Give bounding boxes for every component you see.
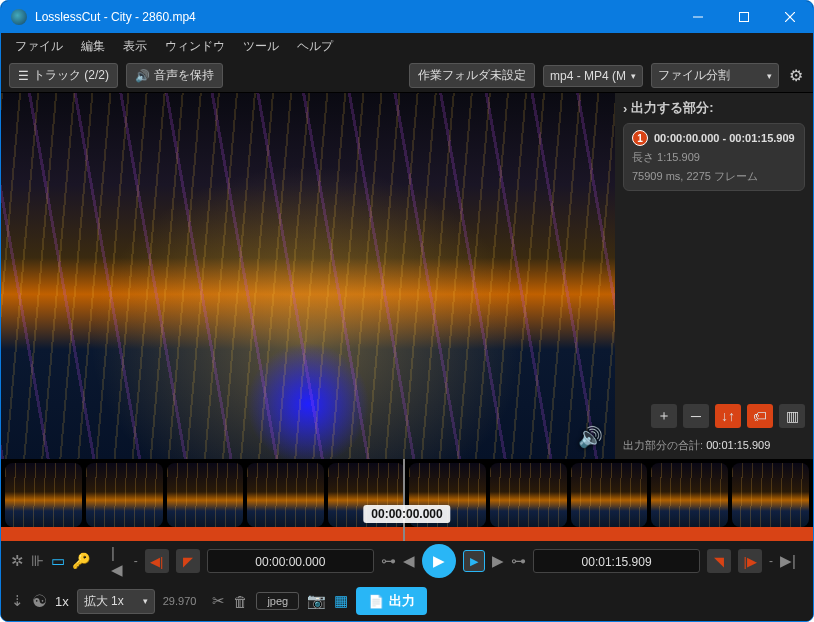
thumbnail[interactable] bbox=[651, 463, 728, 527]
segment-item[interactable]: 100:00:00.000 - 00:01:15.909 長さ 1:15.909… bbox=[623, 123, 805, 191]
thumbnail[interactable] bbox=[167, 463, 244, 527]
total-label: 出力部分の合計: bbox=[623, 439, 703, 451]
play-button[interactable]: ▶ bbox=[422, 544, 456, 578]
waveform-icon[interactable]: ⊪ bbox=[31, 552, 44, 570]
set-start-button[interactable]: ◤ bbox=[176, 549, 200, 573]
key-icon[interactable]: ⊶ bbox=[381, 552, 396, 570]
keep-audio-label: 音声を保持 bbox=[154, 67, 214, 84]
file-split-label: ファイル分割 bbox=[658, 67, 730, 84]
fps-display: 29.970 bbox=[163, 595, 197, 607]
thumbnail[interactable] bbox=[490, 463, 567, 527]
start-timecode-input[interactable] bbox=[207, 549, 374, 573]
cut-icon[interactable]: ✂ bbox=[212, 592, 225, 610]
play-next-button[interactable]: ▶ bbox=[463, 550, 485, 572]
speaker-icon: 🔊 bbox=[135, 69, 150, 83]
format-value: mp4 - MP4 (M bbox=[550, 69, 626, 83]
export-icon: 📄 bbox=[368, 594, 384, 609]
segments-panel: ›出力する部分: 100:00:00.000 - 00:01:15.909 長さ… bbox=[615, 93, 813, 459]
settings-button[interactable]: ⚙ bbox=[787, 64, 805, 87]
video-preview[interactable]: 🔊 bbox=[1, 93, 615, 459]
jump-start-button[interactable]: |◀ bbox=[111, 544, 127, 579]
maximize-button[interactable] bbox=[721, 1, 767, 33]
total-value: 00:01:15.909 bbox=[706, 439, 770, 451]
export-label: 出力 bbox=[389, 592, 415, 610]
format-select[interactable]: mp4 - MP4 (M▾ bbox=[543, 65, 643, 87]
menu-view[interactable]: 表示 bbox=[115, 35, 155, 58]
playhead[interactable] bbox=[403, 459, 405, 541]
playhead-timecode: 00:00:00.000 bbox=[363, 505, 450, 523]
svg-rect-1 bbox=[740, 13, 749, 22]
loop-icon[interactable]: ⇣ bbox=[11, 592, 24, 610]
menu-help[interactable]: ヘルプ bbox=[289, 35, 341, 58]
chevron-down-icon: ▾ bbox=[767, 71, 772, 81]
dash: - bbox=[134, 554, 138, 568]
tracks-label: トラック (2/2) bbox=[33, 67, 109, 84]
jump-end-button[interactable]: ▶| bbox=[780, 552, 796, 570]
menu-tools[interactable]: ツール bbox=[235, 35, 287, 58]
menu-edit[interactable]: 編集 bbox=[73, 35, 113, 58]
transport-controls: ✲ ⊪ ▭ 🔑 |◀ - ◀| ◤ ⊶ ◀ ▶ ▶ ▶ ⊶ ◥ |▶ - ▶| bbox=[1, 541, 813, 581]
volume-icon[interactable]: 🔊 bbox=[578, 425, 603, 449]
working-dir-button[interactable]: 作業フォルダ未設定 bbox=[409, 63, 535, 88]
thumbnails-icon[interactable]: ▭ bbox=[51, 552, 65, 570]
minimize-button[interactable] bbox=[675, 1, 721, 33]
tag-segments-button[interactable]: 🏷 bbox=[747, 404, 773, 428]
chevron-down-icon: ▾ bbox=[143, 596, 148, 606]
chevron-down-icon: ▾ bbox=[631, 71, 636, 81]
thumbnail[interactable] bbox=[5, 463, 82, 527]
capture-format[interactable]: jpeg bbox=[256, 592, 299, 610]
menu-file[interactable]: ファイル bbox=[7, 35, 71, 58]
close-button[interactable] bbox=[767, 1, 813, 33]
trash-icon[interactable]: 🗑 bbox=[233, 593, 248, 610]
export-button[interactable]: 📄出力 bbox=[356, 587, 427, 615]
thumbnail[interactable] bbox=[247, 463, 324, 527]
end-timecode[interactable] bbox=[542, 555, 691, 569]
timeline-segment-bar[interactable]: 00:00:00.000 bbox=[1, 527, 813, 541]
start-timecode[interactable] bbox=[216, 555, 365, 569]
top-toolbar: ☰トラック (2/2) 🔊音声を保持 作業フォルダ未設定 mp4 - MP4 (… bbox=[1, 59, 813, 93]
key-icon[interactable]: ⊶ bbox=[511, 552, 526, 570]
step-back-button[interactable]: ◀ bbox=[403, 552, 415, 570]
yin-yang-icon[interactable]: ☯ bbox=[32, 591, 47, 612]
sort-segments-button[interactable]: ↓↑ bbox=[715, 404, 741, 428]
zoom-label: 拡大 1x bbox=[84, 593, 124, 610]
file-split-select[interactable]: ファイル分割▾ bbox=[651, 63, 779, 88]
tracks-button[interactable]: ☰トラック (2/2) bbox=[9, 63, 118, 88]
end-timecode-input[interactable] bbox=[533, 549, 700, 573]
next-keyframe-button[interactable]: |▶ bbox=[738, 549, 762, 573]
segment-number: 1 bbox=[632, 130, 648, 146]
keyframes-icon[interactable]: 🔑 bbox=[72, 552, 91, 570]
batch-icon[interactable]: ▦ bbox=[334, 592, 348, 610]
step-forward-button[interactable]: ▶ bbox=[492, 552, 504, 570]
window-title: LosslessCut - City - 2860.mp4 bbox=[35, 10, 196, 24]
settings-icon[interactable]: ✲ bbox=[11, 552, 24, 570]
dash: - bbox=[769, 554, 773, 568]
camera-icon[interactable]: 📷 bbox=[307, 592, 326, 610]
prev-keyframe-button[interactable]: ◀| bbox=[145, 549, 169, 573]
segments-header: 出力する部分: bbox=[631, 99, 713, 117]
segment-info: 75909 ms, 2275 フレーム bbox=[632, 169, 796, 184]
view-toggle-button[interactable]: ▥ bbox=[779, 404, 805, 428]
bottom-bar: ⇣ ☯ 1x 拡大 1x▾ 29.970 ✂ 🗑 jpeg 📷 ▦ 📄出力 bbox=[1, 581, 813, 621]
keep-audio-button[interactable]: 🔊音声を保持 bbox=[126, 63, 223, 88]
menubar: ファイル 編集 表示 ウィンドウ ツール ヘルプ bbox=[1, 33, 813, 59]
thumbnail[interactable] bbox=[571, 463, 648, 527]
app-icon bbox=[11, 9, 27, 25]
titlebar[interactable]: LosslessCut - City - 2860.mp4 bbox=[1, 1, 813, 33]
segment-range: 00:00:00.000 - 00:01:15.909 bbox=[654, 132, 795, 144]
working-dir-label: 作業フォルダ未設定 bbox=[418, 67, 526, 84]
playback-speed[interactable]: 1x bbox=[55, 594, 69, 609]
chevron-right-icon[interactable]: › bbox=[623, 101, 627, 116]
menu-window[interactable]: ウィンドウ bbox=[157, 35, 233, 58]
hamburger-icon: ☰ bbox=[18, 69, 29, 83]
thumbnail[interactable] bbox=[86, 463, 163, 527]
thumbnail[interactable] bbox=[732, 463, 809, 527]
zoom-select[interactable]: 拡大 1x▾ bbox=[77, 589, 155, 614]
add-segment-button[interactable]: ＋ bbox=[651, 404, 677, 428]
remove-segment-button[interactable]: ─ bbox=[683, 404, 709, 428]
set-end-button[interactable]: ◥ bbox=[707, 549, 731, 573]
segment-length: 長さ 1:15.909 bbox=[632, 150, 796, 165]
